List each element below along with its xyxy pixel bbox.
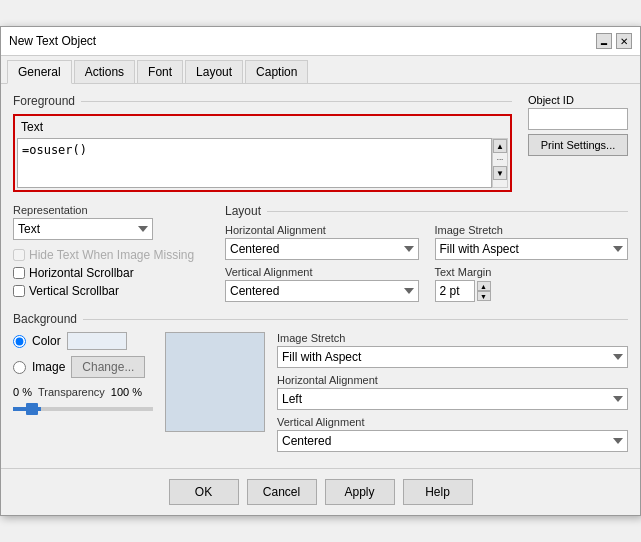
- bg-vert-align-label: Vertical Alignment: [277, 416, 628, 428]
- bg-preview: [165, 332, 265, 432]
- vert-align-select[interactable]: Top Centered Bottom: [225, 280, 419, 302]
- transparency-slider[interactable]: [13, 407, 153, 411]
- representation-label: Representation: [13, 204, 213, 216]
- hide-text-label: Hide Text When Image Missing: [29, 248, 194, 262]
- scroll-up-btn[interactable]: ▲: [493, 139, 507, 153]
- background-section: Background Color Image Change...: [13, 312, 628, 458]
- color-radio-label: Color: [32, 334, 61, 348]
- transparency-row: 0 % Transparency 100 %: [13, 386, 153, 398]
- color-radio-row: Color: [13, 332, 153, 350]
- transparency-0-label: 0 %: [13, 386, 32, 398]
- title-bar: New Text Object 🗕 ✕: [1, 27, 640, 56]
- bg-horiz-align-label: Horizontal Alignment: [277, 374, 628, 386]
- transparency-label-text: Transparency: [38, 386, 105, 398]
- help-button[interactable]: Help: [403, 479, 473, 505]
- text-margin-label: Text Margin: [435, 266, 629, 278]
- layout-label: Layout: [225, 204, 628, 218]
- text-margin-row: ▲ ▼: [435, 280, 629, 302]
- image-stretch-group: Image Stretch Fill with Aspect Stretch N…: [435, 224, 629, 260]
- scroll-down-btn[interactable]: ▼: [493, 166, 507, 180]
- object-id-section: Object ID Print Settings...: [528, 94, 628, 156]
- text-area-row: =osuser() ▲ ··· ▼: [17, 138, 508, 188]
- dialog: New Text Object 🗕 ✕ General Actions Font…: [0, 26, 641, 516]
- bg-horiz-align-group: Horizontal Alignment Left Centered Right: [277, 374, 628, 410]
- scroll-dots: ···: [497, 155, 504, 164]
- vertical-scrollbar-checkbox[interactable]: [13, 285, 25, 297]
- text-margin-up[interactable]: ▲: [477, 281, 491, 291]
- image-stretch-label: Image Stretch: [435, 224, 629, 236]
- slider-wrapper: [13, 400, 153, 414]
- bg-image-stretch-select[interactable]: Fill with Aspect Stretch None: [277, 346, 628, 368]
- object-id-label: Object ID: [528, 94, 628, 106]
- bg-horiz-align-select[interactable]: Left Centered Right: [277, 388, 628, 410]
- dialog-title: New Text Object: [9, 34, 96, 48]
- right-column: Layout Horizontal Alignment Left Centere…: [225, 204, 628, 302]
- bg-content: Color Image Change... 0 % Transparency 1…: [13, 332, 628, 458]
- main-row: Representation Text Image Both Hide Text…: [13, 204, 628, 302]
- title-controls: 🗕 ✕: [596, 33, 632, 49]
- tab-caption[interactable]: Caption: [245, 60, 308, 83]
- text-margin-group: Text Margin ▲ ▼: [435, 266, 629, 302]
- tab-general[interactable]: General: [7, 60, 72, 84]
- text-scrollbar: ▲ ··· ▼: [492, 138, 508, 188]
- tab-content: Foreground Text =osuser() ▲ ··· ▼: [1, 84, 640, 468]
- text-field-label: Text: [17, 118, 508, 136]
- horizontal-scrollbar-checkbox[interactable]: [13, 267, 25, 279]
- transparency-100-label: 100 %: [111, 386, 142, 398]
- bg-image-stretch-label: Image Stretch: [277, 332, 628, 344]
- horizontal-scrollbar-row: Horizontal Scrollbar: [13, 266, 213, 280]
- horiz-align-select[interactable]: Left Centered Right: [225, 238, 419, 260]
- text-box-wrapper: Text =osuser() ▲ ··· ▼: [13, 114, 512, 192]
- text-margin-down[interactable]: ▼: [477, 291, 491, 301]
- hide-text-row: Hide Text When Image Missing: [13, 248, 213, 262]
- bg-vert-align-group: Vertical Alignment Top Centered Bottom: [277, 416, 628, 452]
- bg-image-stretch-group: Image Stretch Fill with Aspect Stretch N…: [277, 332, 628, 368]
- horizontal-scrollbar-label: Horizontal Scrollbar: [29, 266, 134, 280]
- image-radio-label: Image: [32, 360, 65, 374]
- apply-button[interactable]: Apply: [325, 479, 395, 505]
- vertical-scrollbar-label: Vertical Scrollbar: [29, 284, 119, 298]
- representation-select[interactable]: Text Image Both: [13, 218, 153, 240]
- color-swatch[interactable]: [67, 332, 127, 350]
- ok-button[interactable]: OK: [169, 479, 239, 505]
- tab-layout[interactable]: Layout: [185, 60, 243, 83]
- tab-bar: General Actions Font Layout Caption: [1, 56, 640, 84]
- tab-font[interactable]: Font: [137, 60, 183, 83]
- minimize-button[interactable]: 🗕: [596, 33, 612, 49]
- bottom-buttons: OK Cancel Apply Help: [1, 468, 640, 515]
- horiz-align-group: Horizontal Alignment Left Centered Right: [225, 224, 419, 260]
- vert-align-group: Vertical Alignment Top Centered Bottom: [225, 266, 419, 302]
- vertical-scrollbar-row: Vertical Scrollbar: [13, 284, 213, 298]
- foreground-header: Foreground Text =osuser() ▲ ··· ▼: [13, 94, 628, 196]
- color-radio[interactable]: [13, 335, 26, 348]
- bg-vert-align-select[interactable]: Top Centered Bottom: [277, 430, 628, 452]
- image-stretch-select[interactable]: Fill with Aspect Stretch None: [435, 238, 629, 260]
- tab-actions[interactable]: Actions: [74, 60, 135, 83]
- object-id-input[interactable]: [528, 108, 628, 130]
- text-margin-spinner: ▲ ▼: [477, 281, 491, 301]
- close-button[interactable]: ✕: [616, 33, 632, 49]
- left-column: Representation Text Image Both Hide Text…: [13, 204, 213, 302]
- print-settings-button[interactable]: Print Settings...: [528, 134, 628, 156]
- text-margin-input[interactable]: [435, 280, 475, 302]
- representation-group: Representation Text Image Both: [13, 204, 213, 240]
- background-label: Background: [13, 312, 628, 326]
- image-radio[interactable]: [13, 361, 26, 374]
- change-button[interactable]: Change...: [71, 356, 145, 378]
- image-radio-row: Image Change...: [13, 356, 153, 378]
- vert-align-label: Vertical Alignment: [225, 266, 419, 278]
- layout-grid: Horizontal Alignment Left Centered Right…: [225, 224, 628, 302]
- text-input[interactable]: =osuser(): [17, 138, 492, 188]
- foreground-label: Foreground: [13, 94, 512, 108]
- horiz-align-label: Horizontal Alignment: [225, 224, 419, 236]
- hide-text-checkbox[interactable]: [13, 249, 25, 261]
- bg-right-controls: Image Stretch Fill with Aspect Stretch N…: [277, 332, 628, 458]
- cancel-button[interactable]: Cancel: [247, 479, 317, 505]
- bg-controls: Color Image Change... 0 % Transparency 1…: [13, 332, 153, 458]
